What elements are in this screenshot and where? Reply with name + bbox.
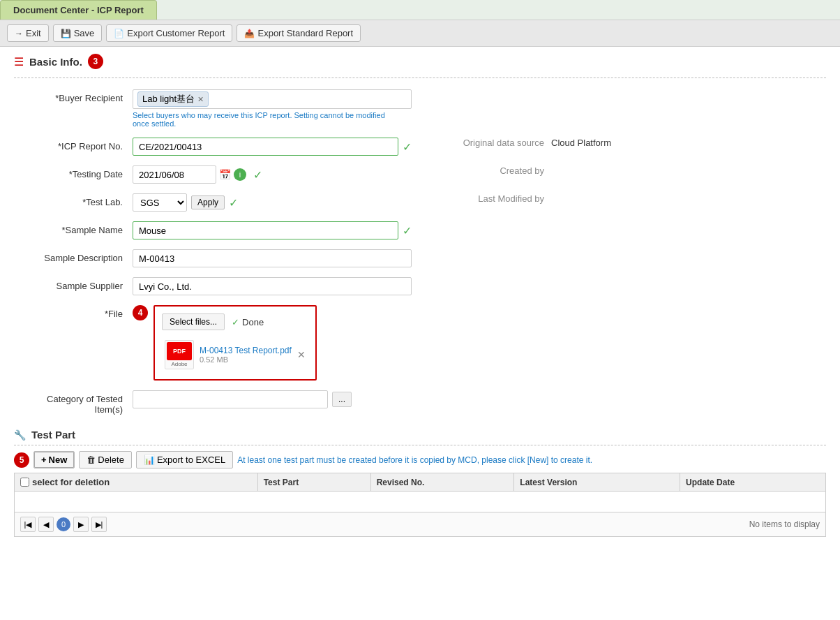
sample-supplier-row: Sample Supplier <box>21 277 819 295</box>
next-page-button[interactable]: ▶ <box>73 517 89 532</box>
prev-page-button[interactable]: ◀ <box>38 517 54 532</box>
buyer-recipient-row: *Buyer Recipient Lab light基台 ✕ Select bu… <box>21 89 819 128</box>
adobe-label: Adobe <box>171 361 187 367</box>
calendar-icon[interactable]: 📅 <box>219 169 231 180</box>
created-by-info: Created by <box>453 165 551 176</box>
file-row: *File 4 Select files... ✓ Done <box>21 305 819 381</box>
test-lab-select[interactable]: SGS BV Intertek TUV <box>133 193 187 212</box>
step5-wrap: 🔧 Test Part <box>14 429 826 445</box>
select-files-button[interactable]: Select files... <box>162 313 225 330</box>
original-source-label: Original data source <box>453 138 544 148</box>
step3-badge: 3 <box>88 54 103 69</box>
sample-name-row: *Sample Name ✓ <box>21 221 819 239</box>
file-label: *File <box>21 305 133 319</box>
testing-date-input[interactable] <box>133 165 216 184</box>
created-by-label: Created by <box>453 165 544 176</box>
category-row: Category of Tested Item(s) ... <box>21 390 819 415</box>
sample-name-label: *Sample Name <box>21 221 133 235</box>
col-update-date: Update Date <box>680 473 826 492</box>
date-container: 📅 i ✓ <box>133 165 412 184</box>
sample-desc-input[interactable] <box>133 249 412 267</box>
file-remove-button[interactable]: ✕ <box>297 349 306 360</box>
buyer-tag-input[interactable]: Lab light基台 ✕ <box>133 89 412 109</box>
sample-name-check-icon: ✓ <box>403 224 412 237</box>
exit-button[interactable]: → Exit <box>7 24 49 42</box>
save-button[interactable]: 💾 Save <box>53 24 103 42</box>
buyer-tag: Lab light基台 ✕ <box>137 91 209 107</box>
file-name[interactable]: M-00413 Test Report.pdf <box>200 346 292 355</box>
export-standard-icon: 📤 <box>244 29 255 38</box>
icp-report-label: *ICP Report No. <box>21 138 133 152</box>
tab-bar: Document Center - ICP Report <box>0 0 840 20</box>
file-upload-box: Select files... ✓ Done PDF Adobe <box>153 305 317 381</box>
buyer-tag-value: Lab light基台 <box>142 93 195 105</box>
test-lab-row: *Test Lab. SGS BV Intertek TUV Apply ✓ L… <box>21 193 819 212</box>
testing-date-label: *Testing Date <box>21 165 133 179</box>
basic-info-icon: ☰ <box>14 55 24 68</box>
basic-info-title: Basic Info. <box>29 56 82 68</box>
test-part-header: 🔧 Test Part <box>14 429 826 441</box>
file-size: 0.52 MB <box>200 355 292 364</box>
pagination: |◀ ◀ 0 ▶ ▶| No items to display <box>14 512 826 537</box>
test-lab-label: *Test Lab. <box>21 193 133 207</box>
icp-check-icon: ✓ <box>403 140 412 154</box>
icp-report-row: *ICP Report No. ✓ Original data source C… <box>21 138 819 156</box>
icp-report-control: ✓ <box>133 138 412 156</box>
category-browse-button[interactable]: ... <box>332 392 352 407</box>
select-col-header: select for deletion <box>20 477 252 487</box>
category-label: Category of Tested Item(s) <box>21 390 133 415</box>
sample-name-input[interactable] <box>133 221 398 239</box>
last-page-button[interactable]: ▶| <box>91 517 107 532</box>
export-excel-button[interactable]: 📊 Export to EXCEL <box>136 451 233 468</box>
plus-icon: + <box>41 455 47 465</box>
done-button[interactable]: ✓ Done <box>232 317 264 327</box>
file-info: M-00413 Test Report.pdf 0.52 MB <box>200 346 292 364</box>
col-latest-version: Latest Version <box>514 473 680 492</box>
icp-report-input[interactable] <box>133 138 398 156</box>
app-container: Document Center - ICP Report → Exit 💾 Sa… <box>0 0 840 620</box>
first-page-button[interactable]: |◀ <box>20 517 36 532</box>
export-customer-button[interactable]: 📄 Export Customer Report <box>106 24 232 42</box>
date-check-icon: ✓ <box>253 168 262 182</box>
document-center-tab[interactable]: Document Center - ICP Report <box>0 0 157 20</box>
exit-icon: → <box>15 29 23 38</box>
original-source-value: Cloud Platform <box>551 138 611 148</box>
table-header-row: select for deletion Test Part Revised No… <box>15 473 826 492</box>
pdf-icon: PDF <box>167 342 192 360</box>
page-controls: |◀ ◀ 0 ▶ ▶| <box>20 517 107 532</box>
col-revised-no: Revised No. <box>370 473 514 492</box>
done-check-icon: ✓ <box>232 317 239 327</box>
export-standard-button[interactable]: 📤 Export Standard Report <box>237 24 361 42</box>
sample-supplier-input[interactable] <box>133 277 412 295</box>
buyer-tag-remove[interactable]: ✕ <box>197 95 204 104</box>
test-part-divider <box>14 445 826 445</box>
page-number: 0 <box>57 517 70 531</box>
test-part-title: Test Part <box>31 429 75 441</box>
select-all-checkbox[interactable] <box>20 478 29 487</box>
sample-supplier-label: Sample Supplier <box>21 277 133 291</box>
step4-badge: 4 <box>133 305 148 320</box>
test-part-icon: 🔧 <box>14 429 26 441</box>
test-lab-check-icon: ✓ <box>229 196 238 209</box>
buyer-recipient-label: *Buyer Recipient <box>21 89 133 103</box>
sample-desc-label: Sample Description <box>21 249 133 263</box>
delete-icon: 🗑 <box>87 455 96 465</box>
testing-date-control: 📅 i ✓ <box>133 165 412 184</box>
test-part-hint: At least one test part must be created b… <box>237 455 592 465</box>
delete-button[interactable]: 🗑 Delete <box>79 451 132 468</box>
file-upload-header: Select files... ✓ Done <box>162 313 308 330</box>
category-input[interactable] <box>133 390 328 408</box>
step5-badge: 5 <box>14 452 29 468</box>
last-modified-label: Last Modified by <box>453 193 544 204</box>
empty-cell <box>15 492 826 512</box>
original-source-info: Original data source Cloud Platform <box>453 138 611 148</box>
form-area: *Buyer Recipient Lab light基台 ✕ Select bu… <box>14 89 826 415</box>
sample-supplier-control <box>133 277 412 295</box>
file-item: PDF Adobe M-00413 Test Report.pdf 0.52 M… <box>162 337 308 372</box>
info-badge[interactable]: i <box>234 168 246 181</box>
buyer-helper-text: Select buyers who may receive this ICP r… <box>133 111 398 128</box>
new-button[interactable]: + New <box>33 451 75 468</box>
col-test-part: Test Part <box>257 473 370 492</box>
apply-button[interactable]: Apply <box>191 195 225 209</box>
excel-icon: 📊 <box>144 455 155 465</box>
